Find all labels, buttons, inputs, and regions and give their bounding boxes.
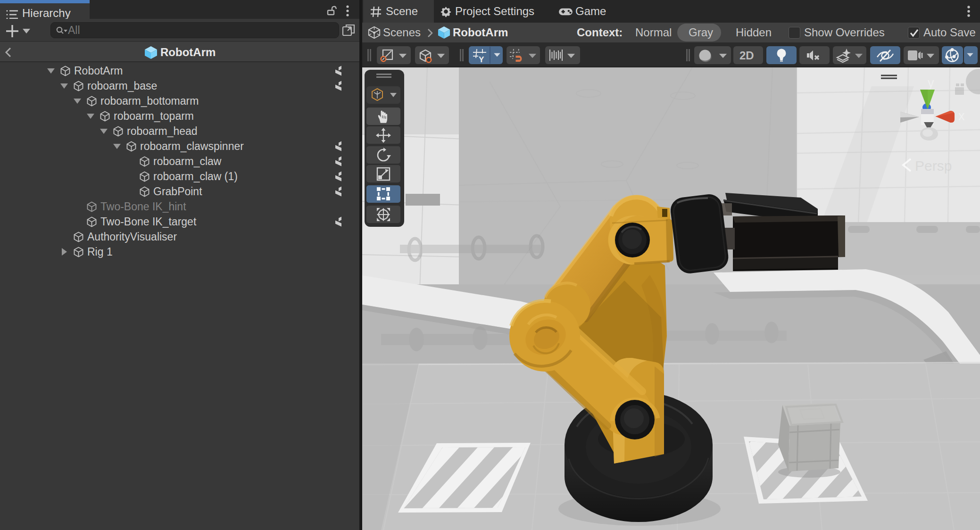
svg-text:y: y: [928, 76, 934, 90]
svg-text:Persp: Persp: [915, 158, 952, 174]
svg-text:Y: Y: [479, 55, 484, 63]
svg-text:x: x: [958, 109, 965, 123]
